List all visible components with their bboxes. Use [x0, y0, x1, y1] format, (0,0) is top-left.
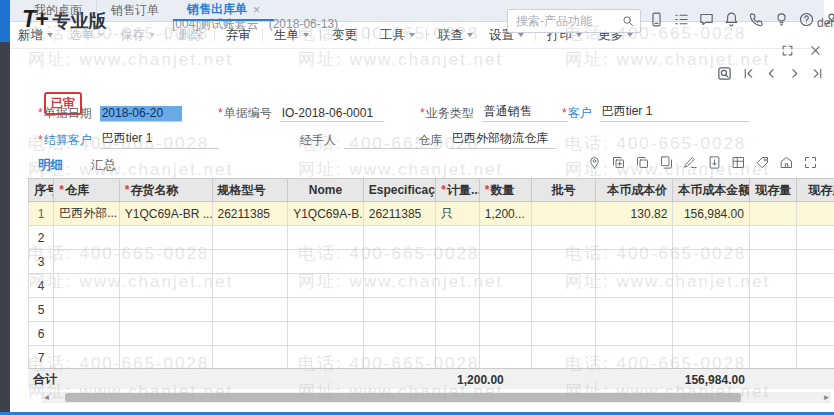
bill-date-input[interactable]: 2018-06-20: [100, 106, 182, 122]
scroll-right-icon[interactable]: ►: [822, 393, 831, 402]
cell-warehouse[interactable]: 巴西外部...: [54, 202, 120, 226]
cell-stock-qty[interactable]: [749, 202, 796, 226]
tab-sales-order[interactable]: 销售订单: [96, 0, 173, 21]
record-nav-icons: [717, 66, 824, 81]
device-icon[interactable]: [648, 11, 665, 28]
biz-type-label: 业务类型: [426, 106, 474, 120]
handler-label: 经手人: [300, 132, 336, 149]
account-date: (2018-06-13): [269, 17, 338, 31]
help-icon[interactable]: [798, 11, 815, 28]
col-cost-amount[interactable]: 本币成本金额: [673, 179, 750, 202]
tab-sales-delivery-label: 销售出库单: [187, 1, 247, 18]
left-side-strip: [0, 42, 10, 415]
field-settle-customer: *结算客户 巴西tier 1: [38, 131, 219, 149]
bill-no-input[interactable]: IO-2018-06-0001: [280, 106, 384, 122]
message-icon[interactable]: [698, 11, 715, 28]
detail-grid: 序号 *仓库 *存货名称 规格型号 Nome Especificação *计量…: [28, 178, 834, 368]
product-search[interactable]: [507, 9, 641, 33]
prev-page-icon[interactable]: [765, 67, 778, 80]
toolbar-tools-button[interactable]: 工具: [372, 27, 423, 44]
tab-summary[interactable]: 汇总: [91, 157, 116, 180]
col-item-name[interactable]: *存货名称: [119, 179, 212, 202]
col-nome[interactable]: Nome: [288, 179, 364, 202]
toolbar-linkquery-button[interactable]: 联查: [430, 27, 481, 44]
last-page-icon[interactable]: [811, 67, 824, 80]
col-spec[interactable]: 规格型号: [212, 179, 288, 202]
watermark-text: 网址: www.chanjet.net: [298, 48, 503, 71]
fullscreen-icon[interactable]: [781, 44, 794, 57]
first-page-icon[interactable]: [742, 67, 755, 80]
warehouse-label: 仓库: [418, 132, 442, 149]
find-icon[interactable]: [717, 66, 732, 81]
tab-detail[interactable]: 明细: [38, 157, 63, 180]
settle-customer-input[interactable]: 巴西tier 1: [100, 130, 219, 149]
scroll-left-icon[interactable]: ◄: [42, 393, 51, 402]
grid-header-row: 序号 *仓库 *存货名称 规格型号 Nome Especificação *计量…: [29, 179, 834, 202]
topbar-icon-group: [648, 11, 834, 28]
grid-row-1[interactable]: 1 巴西外部... Y1QC69A-BR ... 26211385 Y1QC69…: [29, 202, 834, 226]
toolbar-save-button[interactable]: 保存: [112, 27, 163, 44]
search-input[interactable]: [508, 14, 621, 28]
home-icon[interactable]: [779, 155, 794, 170]
cell-cost-price[interactable]: 130.82: [595, 202, 673, 226]
replace-doc-icon[interactable]: [659, 155, 674, 170]
col-seq[interactable]: 序号: [29, 179, 54, 202]
tab-my-desktop[interactable]: 我的桌面: [20, 0, 96, 21]
col-especificacao[interactable]: Especificação: [363, 179, 436, 202]
tag-icon[interactable]: [755, 155, 770, 170]
tab-close-icon[interactable]: ×: [253, 3, 260, 17]
col-stock-qty[interactable]: 现存量: [749, 179, 796, 202]
col-quantity[interactable]: *数量: [479, 179, 531, 202]
customer-label-link[interactable]: 客户: [568, 106, 592, 120]
location-pin-icon[interactable]: [587, 155, 602, 170]
grid-row-empty: 6: [29, 322, 834, 346]
col-warehouse[interactable]: *仓库: [54, 179, 120, 202]
layout-grid-icon[interactable]: [731, 155, 746, 170]
grid-row-empty: 5: [29, 298, 834, 322]
tabbar-corner-icons: [781, 44, 822, 57]
expand-icon[interactable]: [803, 155, 818, 170]
watermark-text: 电话: 400-665-0028: [565, 132, 746, 155]
cell-stock-extra[interactable]: [797, 202, 834, 226]
settle-customer-label-link[interactable]: 结算客户: [44, 133, 92, 147]
next-page-icon[interactable]: [788, 67, 801, 80]
cell-item-name[interactable]: Y1QC69A-BR ...: [119, 202, 212, 226]
col-batch[interactable]: 批号: [532, 179, 596, 202]
warehouse-input[interactable]: 巴西外部物流仓库: [450, 130, 556, 149]
cell-spec[interactable]: 26211385: [212, 202, 288, 226]
tab-sales-delivery[interactable]: 销售出库单 ×: [173, 0, 274, 21]
cell-quantity[interactable]: 1,200...: [479, 202, 531, 226]
notification-bell-icon[interactable]: [723, 11, 740, 28]
cell-unit[interactable]: 只: [436, 202, 479, 226]
copy-icon[interactable]: [635, 155, 650, 170]
phone-icon[interactable]: [748, 11, 765, 28]
cell-seq: 1: [29, 202, 54, 226]
field-bill-no: *单据编号 IO-2018-06-0001: [218, 104, 384, 122]
export-doc-icon[interactable]: [707, 155, 722, 170]
col-cost-price[interactable]: 本币成本价: [595, 179, 673, 202]
cell-especificacao[interactable]: 26211385: [363, 202, 436, 226]
field-customer: *客户 巴西tier 1: [562, 104, 749, 122]
col-stock-extra[interactable]: 现存库存: [797, 179, 834, 202]
lamp-icon[interactable]: [773, 11, 790, 28]
search-icon[interactable]: [621, 14, 635, 28]
biz-type-input[interactable]: 普通销售: [482, 103, 568, 122]
bill-no-label: 单据编号: [224, 106, 272, 120]
cell-cost-amount[interactable]: 156,984.00: [673, 202, 750, 226]
username[interactable]: dem: [817, 16, 834, 30]
cell-nome[interactable]: Y1QC69A-B...: [288, 202, 364, 226]
customer-input[interactable]: 巴西tier 1: [600, 103, 749, 122]
batch-edit-icon[interactable]: [683, 155, 698, 170]
task-list-icon[interactable]: [673, 11, 690, 28]
close-icon[interactable]: [809, 44, 822, 57]
grid-row-empty: 2: [29, 226, 834, 250]
field-warehouse: 仓库 巴西外部物流仓库: [418, 131, 556, 149]
watermark-text: 网址: www.chanjet.net: [28, 48, 233, 71]
cell-batch[interactable]: [532, 202, 596, 226]
grid-row-empty: 7: [29, 346, 834, 369]
horizontal-scrollbar[interactable]: ◄ ►: [42, 392, 831, 403]
scrollbar-thumb[interactable]: [65, 393, 741, 402]
insert-copy-icon[interactable]: [611, 155, 626, 170]
app-window: 电话: 400-665-0028 电话: 400-665-0028 电话: 40…: [0, 0, 834, 415]
col-unit[interactable]: *计量...: [436, 179, 479, 202]
